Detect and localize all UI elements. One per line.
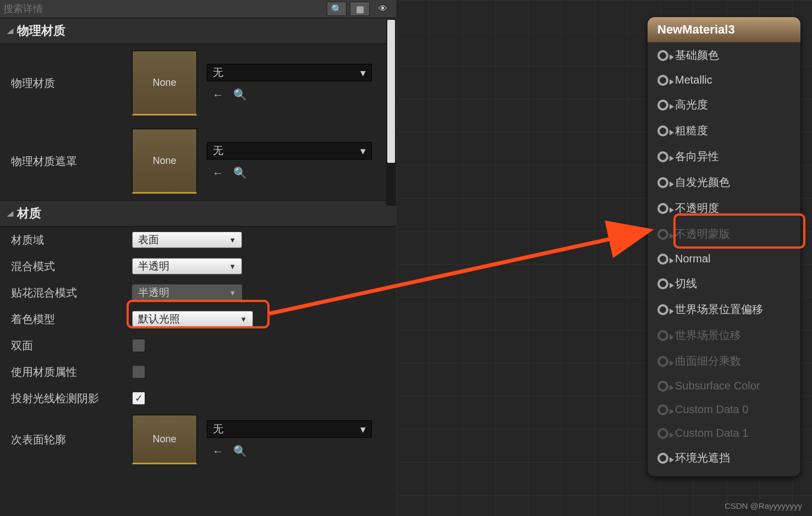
pin-ring-icon bbox=[657, 151, 668, 162]
row-use-material-attrs: 使用材质属性 bbox=[0, 359, 396, 385]
pin-粗糙度[interactable]: 粗糙度 bbox=[648, 118, 800, 144]
pin-曲面细分乘数[interactable]: 曲面细分乘数 bbox=[648, 348, 800, 374]
pin-自发光颜色[interactable]: 自发光颜色 bbox=[648, 169, 800, 195]
label-physical-material: 物理材质 bbox=[11, 76, 132, 91]
pin-ring-icon bbox=[657, 100, 668, 111]
material-output-node[interactable]: NewMaterial3 基础颜色Metallic高光度粗糙度各向异性自发光颜色… bbox=[647, 17, 801, 477]
pin-ring-icon bbox=[657, 229, 668, 240]
row-cast-ray-shadow: 投射光线检测阴影 ✓ bbox=[0, 385, 396, 411]
asset-thumb[interactable]: None bbox=[132, 51, 197, 116]
dropdown-material-domain[interactable]: 表面▼ bbox=[132, 232, 242, 248]
pin-Metallic[interactable]: Metallic bbox=[648, 68, 800, 92]
watermark: CSDN @Rayyyyyyyy bbox=[725, 501, 802, 510]
row-subsurface-profile: 次表面轮廓 None 无▾ ← 🔍 bbox=[0, 411, 396, 471]
row-physical-material: 物理材质 None 无▾ ← 🔍 bbox=[0, 44, 396, 122]
section-material[interactable]: 材质 bbox=[0, 200, 396, 227]
details-panel: 🔍 ▦ 👁 物理材质 物理材质 None 无▾ ← 🔍 物理材质遮罩 None … bbox=[0, 0, 396, 516]
pin-Subsurface Color[interactable]: Subsurface Color bbox=[648, 374, 800, 398]
section-physical-material[interactable]: 物理材质 bbox=[0, 18, 396, 44]
checkbox-cast-shadow[interactable]: ✓ bbox=[132, 392, 145, 405]
row-decal-blend-mode: 贴花混合模式 半透明▼ bbox=[0, 279, 396, 306]
asset-dropdown[interactable]: 无▾ bbox=[207, 64, 372, 81]
use-selected-icon[interactable]: ← bbox=[210, 443, 226, 459]
row-blend-mode: 混合模式 半透明▼ bbox=[0, 253, 396, 279]
dropdown-shading-model[interactable]: 默认光照▼ bbox=[132, 311, 253, 327]
eye-icon[interactable]: 👁 bbox=[373, 2, 393, 16]
pin-ring-icon bbox=[657, 428, 668, 439]
use-selected-icon[interactable]: ← bbox=[210, 165, 226, 180]
pin-不透明蒙版[interactable]: 不透明蒙版 bbox=[648, 221, 800, 247]
search-icon[interactable]: 🔍 bbox=[327, 2, 347, 16]
asset-thumb[interactable]: None bbox=[132, 415, 197, 464]
pin-ring-icon bbox=[657, 278, 668, 289]
row-physical-material-mask: 物理材质遮罩 None 无▾ ← 🔍 bbox=[0, 122, 396, 200]
pin-不透明度[interactable]: 不透明度 bbox=[648, 195, 800, 221]
pin-世界场景位置偏移[interactable]: 世界场景位置偏移 bbox=[648, 297, 800, 322]
pin-ring-icon bbox=[657, 356, 668, 367]
asset-thumb[interactable]: None bbox=[132, 129, 197, 194]
pin-ring-icon bbox=[657, 125, 668, 136]
search-input[interactable] bbox=[3, 3, 327, 15]
dropdown-decal-blend: 半透明▼ bbox=[132, 284, 242, 301]
scrollbar[interactable] bbox=[386, 19, 396, 206]
pin-世界场景位移[interactable]: 世界场景位移 bbox=[648, 322, 800, 348]
browse-icon[interactable]: 🔍 bbox=[232, 87, 248, 102]
pin-Normal[interactable]: Normal bbox=[648, 247, 800, 271]
asset-dropdown[interactable]: 无▾ bbox=[207, 420, 372, 438]
row-material-domain: 材质域 表面▼ bbox=[0, 227, 396, 253]
pin-各向异性[interactable]: 各向异性 bbox=[648, 144, 800, 169]
row-shading-model: 着色模型 默认光照▼ bbox=[0, 306, 396, 332]
checkbox-use-mat-attrs[interactable] bbox=[132, 365, 145, 378]
label-physical-material-mask: 物理材质遮罩 bbox=[11, 154, 132, 169]
pin-环境光遮挡[interactable]: 环境光遮挡 bbox=[648, 445, 800, 471]
pin-ring-icon bbox=[657, 254, 668, 265]
checkbox-two-sided[interactable] bbox=[132, 339, 145, 352]
row-two-sided: 双面 bbox=[0, 332, 396, 359]
search-bar: 🔍 ▦ 👁 bbox=[0, 0, 396, 18]
asset-dropdown[interactable]: 无▾ bbox=[207, 142, 372, 160]
browse-icon[interactable]: 🔍 bbox=[232, 165, 248, 180]
pin-ring-icon bbox=[657, 75, 668, 86]
pin-ring-icon bbox=[657, 304, 668, 315]
pin-ring-icon bbox=[657, 381, 668, 392]
pin-基础颜色[interactable]: 基础颜色 bbox=[648, 42, 800, 68]
pin-ring-icon bbox=[657, 50, 668, 61]
grid-view-icon[interactable]: ▦ bbox=[350, 2, 370, 16]
pin-ring-icon bbox=[657, 177, 668, 188]
pin-ring-icon bbox=[657, 203, 668, 214]
pin-Custom Data 0[interactable]: Custom Data 0 bbox=[648, 398, 800, 421]
pin-Custom Data 1[interactable]: Custom Data 1 bbox=[648, 421, 800, 445]
pin-切线[interactable]: 切线 bbox=[648, 271, 800, 297]
node-title: NewMaterial3 bbox=[648, 17, 800, 42]
pin-ring-icon bbox=[657, 330, 668, 341]
pin-高光度[interactable]: 高光度 bbox=[648, 92, 800, 118]
use-selected-icon[interactable]: ← bbox=[210, 87, 226, 102]
browse-icon[interactable]: 🔍 bbox=[232, 443, 248, 459]
pin-ring-icon bbox=[657, 453, 668, 464]
dropdown-blend-mode[interactable]: 半透明▼ bbox=[132, 258, 242, 275]
pin-ring-icon bbox=[657, 404, 668, 415]
